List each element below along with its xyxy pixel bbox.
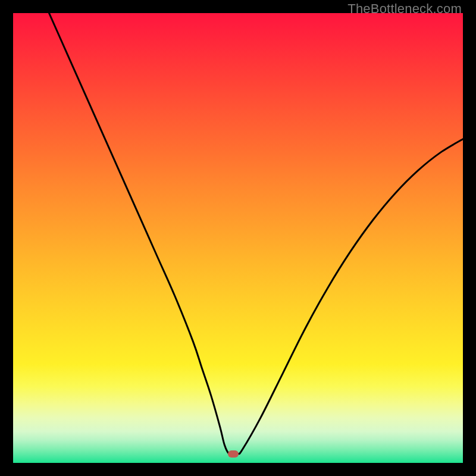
chart-frame: TheBottleneck.com	[0, 0, 476, 476]
bottleneck-curve	[13, 13, 463, 463]
curve-path	[49, 13, 463, 455]
optimum-marker	[228, 450, 239, 458]
plot-area	[13, 13, 463, 463]
